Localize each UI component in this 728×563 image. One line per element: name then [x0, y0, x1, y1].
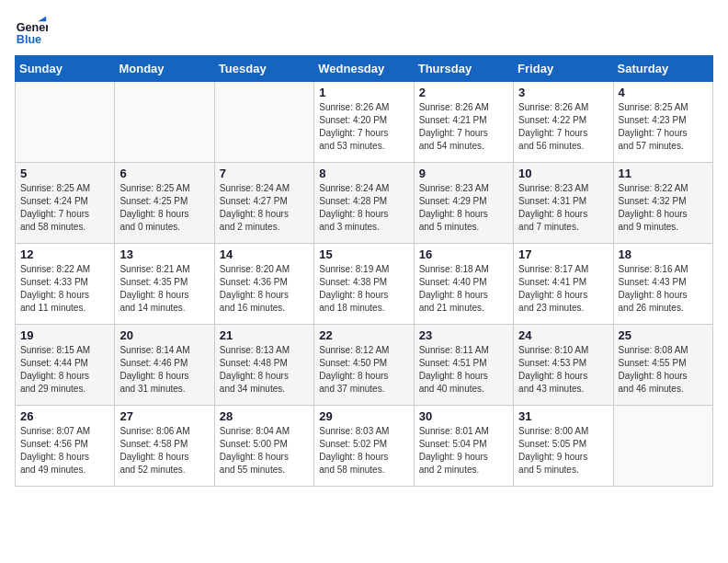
day-info: Sunrise: 8:26 AM Sunset: 4:20 PM Dayligh…	[319, 101, 408, 153]
day-number: 5	[20, 167, 109, 180]
day-info: Sunrise: 8:08 AM Sunset: 4:55 PM Dayligh…	[619, 344, 708, 396]
calendar-cell: 18Sunrise: 8:16 AM Sunset: 4:43 PM Dayli…	[613, 244, 712, 325]
day-info: Sunrise: 8:01 AM Sunset: 5:04 PM Dayligh…	[419, 425, 508, 477]
week-row-3: 12Sunrise: 8:22 AM Sunset: 4:33 PM Dayli…	[16, 244, 713, 325]
day-number: 27	[119, 409, 209, 423]
day-info: Sunrise: 8:26 AM Sunset: 4:21 PM Dayligh…	[419, 101, 508, 153]
day-header-saturday: Saturday	[613, 56, 712, 82]
day-header-friday: Friday	[514, 56, 613, 82]
day-info: Sunrise: 8:00 AM Sunset: 5:05 PM Dayligh…	[518, 425, 608, 477]
day-info: Sunrise: 8:15 AM Sunset: 4:44 PM Dayligh…	[20, 344, 109, 396]
day-number: 22	[319, 328, 408, 342]
day-header-tuesday: Tuesday	[214, 56, 313, 82]
day-number: 15	[319, 247, 408, 261]
day-number: 1	[319, 86, 408, 99]
day-info: Sunrise: 8:10 AM Sunset: 4:53 PM Dayligh…	[518, 344, 608, 396]
calendar-cell: 9Sunrise: 8:23 AM Sunset: 4:29 PM Daylig…	[414, 163, 513, 244]
calendar-cell	[16, 82, 115, 163]
calendar-cell: 31Sunrise: 8:00 AM Sunset: 5:05 PM Dayli…	[514, 406, 613, 487]
calendar-cell: 14Sunrise: 8:20 AM Sunset: 4:36 PM Dayli…	[214, 244, 313, 325]
calendar-cell: 19Sunrise: 8:15 AM Sunset: 4:44 PM Dayli…	[16, 325, 115, 406]
day-number: 4	[619, 86, 708, 99]
calendar-cell	[115, 82, 214, 163]
day-info: Sunrise: 8:23 AM Sunset: 4:29 PM Dayligh…	[419, 182, 508, 234]
day-info: Sunrise: 8:06 AM Sunset: 4:58 PM Dayligh…	[119, 425, 209, 477]
calendar-cell: 25Sunrise: 8:08 AM Sunset: 4:55 PM Dayli…	[613, 325, 712, 406]
calendar-cell: 6Sunrise: 8:25 AM Sunset: 4:25 PM Daylig…	[115, 163, 214, 244]
calendar-cell: 27Sunrise: 8:06 AM Sunset: 4:58 PM Dayli…	[115, 406, 214, 487]
day-info: Sunrise: 8:19 AM Sunset: 4:38 PM Dayligh…	[319, 263, 408, 315]
week-row-5: 26Sunrise: 8:07 AM Sunset: 4:56 PM Dayli…	[16, 406, 713, 487]
calendar-body: 1Sunrise: 8:26 AM Sunset: 4:20 PM Daylig…	[16, 82, 713, 487]
day-number: 12	[20, 247, 109, 261]
calendar-cell: 11Sunrise: 8:22 AM Sunset: 4:32 PM Dayli…	[613, 163, 712, 244]
header: General Blue	[15, 15, 713, 48]
calendar-cell	[613, 406, 712, 487]
day-header-sunday: Sunday	[16, 56, 115, 82]
calendar-cell: 22Sunrise: 8:12 AM Sunset: 4:50 PM Dayli…	[314, 325, 414, 406]
calendar-cell: 3Sunrise: 8:26 AM Sunset: 4:22 PM Daylig…	[514, 82, 613, 163]
calendar-cell: 13Sunrise: 8:21 AM Sunset: 4:35 PM Dayli…	[115, 244, 214, 325]
day-info: Sunrise: 8:22 AM Sunset: 4:32 PM Dayligh…	[619, 182, 708, 234]
day-header-thursday: Thursday	[414, 56, 513, 82]
calendar-cell: 4Sunrise: 8:25 AM Sunset: 4:23 PM Daylig…	[613, 82, 712, 163]
calendar-cell: 1Sunrise: 8:26 AM Sunset: 4:20 PM Daylig…	[314, 82, 414, 163]
calendar-table: SundayMondayTuesdayWednesdayThursdayFrid…	[15, 55, 713, 487]
calendar-cell: 28Sunrise: 8:04 AM Sunset: 5:00 PM Dayli…	[214, 406, 313, 487]
calendar-cell: 7Sunrise: 8:24 AM Sunset: 4:27 PM Daylig…	[214, 163, 313, 244]
day-info: Sunrise: 8:03 AM Sunset: 5:02 PM Dayligh…	[319, 425, 408, 477]
calendar-cell: 24Sunrise: 8:10 AM Sunset: 4:53 PM Dayli…	[514, 325, 613, 406]
day-number: 17	[518, 247, 608, 261]
calendar-cell: 26Sunrise: 8:07 AM Sunset: 4:56 PM Dayli…	[16, 406, 115, 487]
calendar-cell: 29Sunrise: 8:03 AM Sunset: 5:02 PM Dayli…	[314, 406, 414, 487]
day-number: 31	[518, 409, 608, 423]
calendar-cell: 5Sunrise: 8:25 AM Sunset: 4:24 PM Daylig…	[16, 163, 115, 244]
day-info: Sunrise: 8:25 AM Sunset: 4:25 PM Dayligh…	[119, 182, 209, 234]
calendar-cell: 12Sunrise: 8:22 AM Sunset: 4:33 PM Dayli…	[16, 244, 115, 325]
day-info: Sunrise: 8:17 AM Sunset: 4:41 PM Dayligh…	[518, 263, 608, 315]
day-header-monday: Monday	[115, 56, 214, 82]
day-number: 11	[619, 167, 708, 180]
day-number: 13	[119, 247, 209, 261]
logo-icon: General Blue	[15, 15, 48, 48]
day-number: 20	[119, 328, 209, 342]
day-number: 25	[619, 328, 708, 342]
day-info: Sunrise: 8:24 AM Sunset: 4:27 PM Dayligh…	[220, 182, 309, 234]
day-number: 29	[319, 409, 408, 423]
day-number: 18	[619, 247, 708, 261]
day-info: Sunrise: 8:20 AM Sunset: 4:36 PM Dayligh…	[220, 263, 309, 315]
calendar-cell: 15Sunrise: 8:19 AM Sunset: 4:38 PM Dayli…	[314, 244, 414, 325]
calendar-cell: 20Sunrise: 8:14 AM Sunset: 4:46 PM Dayli…	[115, 325, 214, 406]
day-number: 21	[220, 328, 309, 342]
week-row-1: 1Sunrise: 8:26 AM Sunset: 4:20 PM Daylig…	[16, 82, 713, 163]
day-number: 3	[518, 86, 608, 99]
day-info: Sunrise: 8:16 AM Sunset: 4:43 PM Dayligh…	[619, 263, 708, 315]
day-number: 7	[220, 167, 309, 180]
day-number: 6	[119, 167, 209, 180]
day-info: Sunrise: 8:14 AM Sunset: 4:46 PM Dayligh…	[119, 344, 209, 396]
day-number: 19	[20, 328, 109, 342]
day-info: Sunrise: 8:22 AM Sunset: 4:33 PM Dayligh…	[20, 263, 109, 315]
day-info: Sunrise: 8:12 AM Sunset: 4:50 PM Dayligh…	[319, 344, 408, 396]
calendar-cell: 10Sunrise: 8:23 AM Sunset: 4:31 PM Dayli…	[514, 163, 613, 244]
day-info: Sunrise: 8:24 AM Sunset: 4:28 PM Dayligh…	[319, 182, 408, 234]
day-info: Sunrise: 8:21 AM Sunset: 4:35 PM Dayligh…	[119, 263, 209, 315]
day-number: 14	[220, 247, 309, 261]
week-row-4: 19Sunrise: 8:15 AM Sunset: 4:44 PM Dayli…	[16, 325, 713, 406]
day-info: Sunrise: 8:25 AM Sunset: 4:24 PM Dayligh…	[20, 182, 109, 234]
day-info: Sunrise: 8:13 AM Sunset: 4:48 PM Dayligh…	[220, 344, 309, 396]
calendar-cell: 21Sunrise: 8:13 AM Sunset: 4:48 PM Dayli…	[214, 325, 313, 406]
day-number: 16	[419, 247, 508, 261]
day-info: Sunrise: 8:07 AM Sunset: 4:56 PM Dayligh…	[20, 425, 109, 477]
calendar-header-row: SundayMondayTuesdayWednesdayThursdayFrid…	[16, 56, 713, 82]
day-number: 8	[319, 167, 408, 180]
day-number: 10	[518, 167, 608, 180]
day-number: 2	[419, 86, 508, 99]
day-header-wednesday: Wednesday	[314, 56, 414, 82]
logo: General Blue	[15, 15, 51, 48]
calendar-cell: 8Sunrise: 8:24 AM Sunset: 4:28 PM Daylig…	[314, 163, 414, 244]
week-row-2: 5Sunrise: 8:25 AM Sunset: 4:24 PM Daylig…	[16, 163, 713, 244]
day-info: Sunrise: 8:23 AM Sunset: 4:31 PM Dayligh…	[518, 182, 608, 234]
calendar-cell: 16Sunrise: 8:18 AM Sunset: 4:40 PM Dayli…	[414, 244, 513, 325]
day-number: 9	[419, 167, 508, 180]
